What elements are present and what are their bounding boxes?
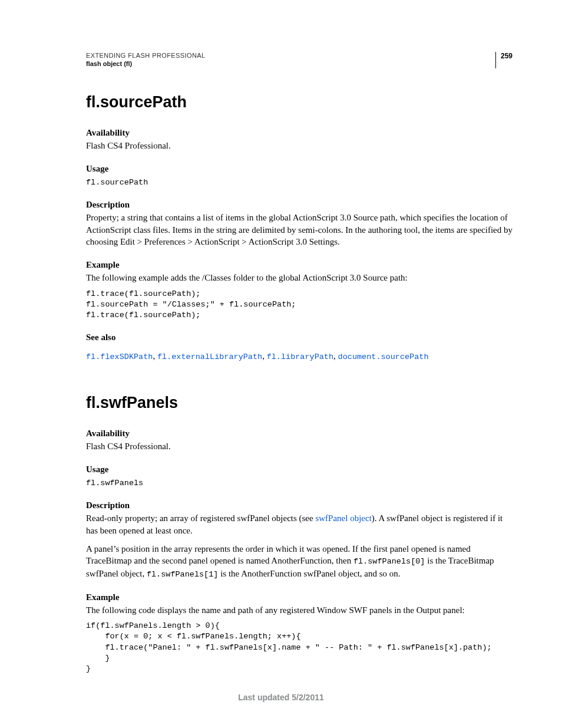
- description-text: Property; a string that contains a list …: [86, 212, 513, 248]
- link-librarypath[interactable]: fl.libraryPath: [267, 353, 333, 361]
- availability-text: Flash CS4 Professional.: [86, 440, 513, 453]
- availability-text: Flash CS4 Professional.: [86, 140, 513, 152]
- seealso-label: See also: [86, 332, 513, 342]
- usage-label: Usage: [86, 164, 513, 174]
- page-header: EXTENDING FLASH PROFESSIONAL flash objec…: [86, 52, 513, 67]
- link-document-sourcepath[interactable]: document.sourcePath: [338, 353, 429, 361]
- seealso-links: fl.flexSDKPath, fl.externalLibraryPath, …: [86, 351, 513, 361]
- usage-code: fl.swfPanels: [86, 478, 513, 489]
- section-title-swfpanels: fl.swfPanels: [86, 394, 513, 412]
- description-label: Description: [86, 500, 513, 510]
- separator: ,: [153, 351, 157, 361]
- usage-code: fl.sourcePath: [86, 177, 513, 188]
- example-intro: The following example adds the /Classes …: [86, 272, 513, 284]
- description-p1-pre: Read-only property; an array of register…: [86, 513, 315, 523]
- link-externallibrarypath[interactable]: fl.externalLibraryPath: [157, 353, 262, 361]
- example-label: Example: [86, 260, 513, 270]
- separator: ,: [333, 351, 338, 361]
- example-label: Example: [86, 592, 513, 602]
- link-swfpanel-object[interactable]: swfPanel object: [315, 513, 371, 523]
- running-title: EXTENDING FLASH PROFESSIONAL: [86, 52, 513, 59]
- example-intro: The following code displays the name and…: [86, 604, 513, 617]
- description-p2-post: is the AnotherFunction swfPanel object, …: [218, 569, 400, 578]
- link-flexsdkpath[interactable]: fl.flexSDKPath: [86, 353, 153, 361]
- availability-label: Availability: [86, 429, 513, 439]
- inline-code: fl.swfPanels[0]: [353, 557, 425, 566]
- page: EXTENDING FLASH PROFESSIONAL flash objec…: [0, 0, 562, 728]
- example-code: if(fl.swfPanels.length > 0){ for(x = 0; …: [86, 621, 513, 674]
- availability-label: Availability: [86, 128, 513, 138]
- description-label: Description: [86, 200, 513, 210]
- inline-code: fl.swfPanels[1]: [147, 570, 219, 579]
- running-subtitle: flash object (fl): [86, 60, 513, 67]
- section-gap: [86, 370, 513, 394]
- description-p1: Read-only property; an array of register…: [86, 512, 513, 536]
- section-title-sourcepath: fl.sourcePath: [86, 93, 513, 111]
- page-footer: Last updated 5/2/2011: [0, 693, 562, 702]
- page-number: 259: [495, 52, 513, 68]
- usage-label: Usage: [86, 465, 513, 475]
- example-code: fl.trace(fl.sourcePath); fl.sourcePath =…: [86, 289, 513, 321]
- description-p2: A panel’s position in the array represen…: [86, 543, 513, 581]
- separator: ,: [262, 351, 267, 361]
